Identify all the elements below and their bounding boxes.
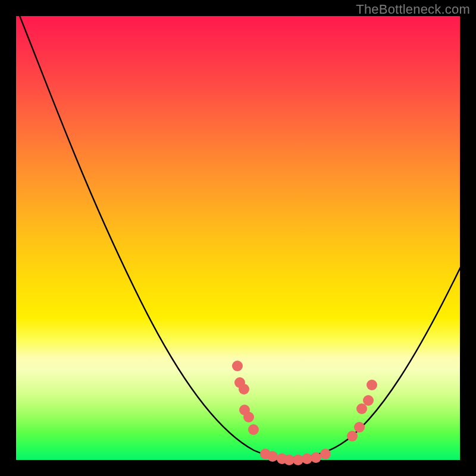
curve-marker xyxy=(356,403,367,414)
curve-marker xyxy=(232,361,243,371)
chart-frame: TheBottleneck.com xyxy=(0,0,476,476)
curve-marker xyxy=(267,451,278,462)
curve-marker xyxy=(243,412,254,422)
curve-marker xyxy=(248,424,259,435)
curve-marker xyxy=(363,395,374,406)
curve-marker xyxy=(347,431,358,441)
chart-svg xyxy=(16,16,460,460)
curve-marker xyxy=(354,422,365,433)
curve-marker xyxy=(367,380,377,390)
curve-marker xyxy=(239,384,249,394)
curve-marker xyxy=(311,452,321,463)
curve-marker xyxy=(320,449,331,459)
watermark-text: TheBottleneck.com xyxy=(356,2,470,17)
